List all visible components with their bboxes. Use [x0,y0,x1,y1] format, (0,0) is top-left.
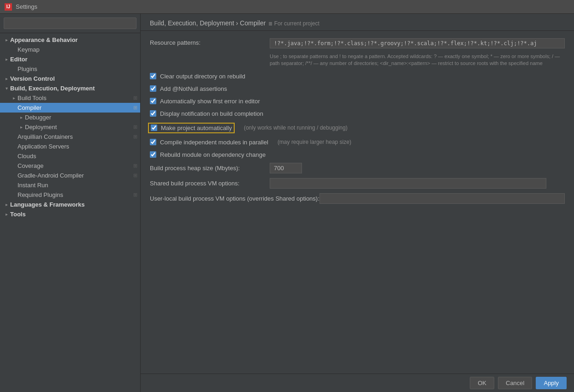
sidebar-item-tools[interactable]: ▸Tools [0,209,140,219]
sidebar-item-coverage[interactable]: Coverage⊞ [0,161,140,171]
sidebar-item-appearance-behavior[interactable]: ▸Appearance & Behavior [0,35,140,45]
arrow-icon: ▸ [10,95,18,101]
sidebar-item-editor[interactable]: ▸Editor [0,54,140,64]
sidebar-item-label: Version Control [10,75,140,82]
sidebar: ▸Appearance & BehaviorKeymap▸EditorPlugi… [0,14,141,392]
checkbox-row-display-notification: Display notification on build completion [150,109,565,118]
sidebar-item-gradle-android-compiler[interactable]: Gradle-Android Compiler⊞ [0,171,140,180]
settings-icon: ⊞ [133,124,137,130]
arrow-icon: ▸ [3,57,10,62]
sidebar-tree: ▸Appearance & BehaviorKeymap▸EditorPlugi… [0,33,140,392]
user-local-vm-label: User-local build process VM options (ove… [150,195,320,202]
checkbox-label-add-notnull[interactable]: Add @NotNull assertions [160,85,227,92]
sidebar-item-keymap[interactable]: Keymap [0,45,140,54]
checkbox-row-compile-parallel: Compile independent modules in parallel(… [150,138,565,147]
checkbox-label-make-automatically[interactable]: Make project automatically [161,125,232,131]
settings-icon: ⊞ [133,105,137,111]
apply-button[interactable]: Apply [536,377,567,389]
content-header: Build, Execution, Deployment › Compiler … [141,14,574,31]
checkbox-label-auto-show-error[interactable]: Automatically show first error in editor [160,98,260,105]
content-panel: Build, Execution, Deployment › Compiler … [141,14,574,392]
sidebar-item-label: Instant Run [18,182,140,189]
sidebar-item-label: Deployment [25,124,133,131]
resource-patterns-hint: Use ; to separate patterns and ! to nega… [270,53,565,67]
side-note-make-automatically: (only works while not running / debuggin… [244,125,348,131]
checkbox-row-add-notnull: Add @NotNull assertions [150,84,565,93]
shared-vm-label: Shared build process VM options: [150,180,270,187]
arrow-icon: ▸ [18,125,25,130]
sidebar-item-application-servers[interactable]: Application Servers [0,142,140,151]
checkbox-auto-show-error[interactable] [150,98,156,104]
sidebar-item-arquillian-containers[interactable]: Arquillian Containers⊞ [0,132,140,142]
search-input[interactable] [4,18,136,29]
checkbox-label-clear-output[interactable]: Clear output directory on rebuild [160,73,245,80]
sidebar-item-label: Coverage [18,162,133,169]
sidebar-item-label: Build Tools [18,95,133,101]
arrow-icon: ▸ [3,37,10,42]
sidebar-item-build-execution-deployment[interactable]: ▾Build, Execution, Deployment [0,83,140,93]
checkbox-label-rebuild-module[interactable]: Rebuild module on dependency change [160,151,266,158]
content-body: Resource patterns: Use ; to separate pat… [141,31,574,374]
sidebar-item-label: Debugger [25,114,140,121]
sidebar-item-compiler[interactable]: Compiler⊞ [0,103,140,113]
resource-patterns-input[interactable] [270,38,565,48]
checkbox-row-rebuild-module: Rebuild module on dependency change [150,150,565,159]
checkbox-label-compile-parallel[interactable]: Compile independent modules in parallel [160,139,268,146]
sidebar-item-label: Application Servers [18,143,140,150]
sidebar-item-label: Tools [10,211,140,218]
arrow-icon: ▸ [3,76,10,81]
sidebar-item-deployment[interactable]: ▸Deployment⊞ [0,122,140,132]
sidebar-item-required-plugins[interactable]: Required Plugins⊞ [0,190,140,200]
checkbox-label-display-notification[interactable]: Display notification on build completion [160,110,263,117]
sidebar-item-label: Editor [10,56,140,63]
sidebar-item-debugger[interactable]: ▸Debugger [0,113,140,122]
sidebar-item-instant-run[interactable]: Instant Run [0,180,140,190]
heap-label: Build process heap size (Mbytes): [150,165,270,172]
search-box [0,14,140,33]
sidebar-item-label: Compiler [18,104,133,111]
checkbox-row-clear-output: Clear output directory on rebuild [150,72,565,81]
checkbox-row-auto-show-error: Automatically show first error in editor [150,97,565,106]
checkbox-display-notification[interactable] [150,110,156,117]
sidebar-item-version-control[interactable]: ▸Version Control [0,74,140,83]
settings-icon: ⊞ [133,134,137,140]
checkbox-clear-output[interactable] [150,73,156,79]
ok-button[interactable]: OK [470,377,494,389]
for-project-label: For current project [274,20,320,27]
cancel-button[interactable]: Cancel [498,377,532,389]
sidebar-item-label: Keymap [18,46,140,53]
for-current-project: ≣ For current project [268,20,319,27]
arrow-icon: ▸ [18,115,25,120]
settings-icon: ⊞ [133,192,137,198]
resource-patterns-row: Resource patterns: [150,38,565,48]
settings-icon: ⊞ [133,95,137,101]
window-title: Settings [16,3,37,10]
sidebar-item-label: Clouds [18,153,140,160]
sidebar-item-label: Appearance & Behavior [10,36,140,43]
heap-input[interactable] [270,163,302,173]
sidebar-item-label: Gradle-Android Compiler [18,172,133,179]
user-local-vm-input[interactable] [320,193,565,204]
checkbox-row-make-automatically: Make project automatically(only works wh… [150,122,565,134]
shared-vm-input[interactable] [270,178,546,189]
sidebar-item-build-tools[interactable]: ▸Build Tools⊞ [0,93,140,103]
checkbox-rebuild-module[interactable] [150,151,156,158]
checkbox-compile-parallel[interactable] [150,139,156,145]
heap-row: Build process heap size (Mbytes): [150,163,565,173]
sidebar-item-label: Build, Execution, Deployment [10,85,140,92]
checkbox-add-notnull[interactable] [150,85,156,92]
shared-vm-row: Shared build process VM options: [150,178,565,189]
settings-icon: ⊞ [133,163,137,169]
breadcrumb-path: Build, Execution, Deployment › Compiler [150,19,266,27]
settings-icon: ⊞ [133,172,137,178]
breadcrumb: Build, Execution, Deployment › Compiler [150,19,266,27]
app-icon: IJ [5,3,12,11]
resource-patterns-label: Resource patterns: [150,38,270,46]
sidebar-item-clouds[interactable]: Clouds [0,151,140,161]
sidebar-item-languages-frameworks[interactable]: ▸Languages & Frameworks [0,200,140,209]
sidebar-item-plugins[interactable]: Plugins [0,64,140,74]
sidebar-item-label: Languages & Frameworks [10,201,140,208]
sidebar-item-label: Plugins [18,65,140,72]
checkbox-make-automatically[interactable] [151,125,157,131]
title-bar: IJ Settings [0,0,574,14]
